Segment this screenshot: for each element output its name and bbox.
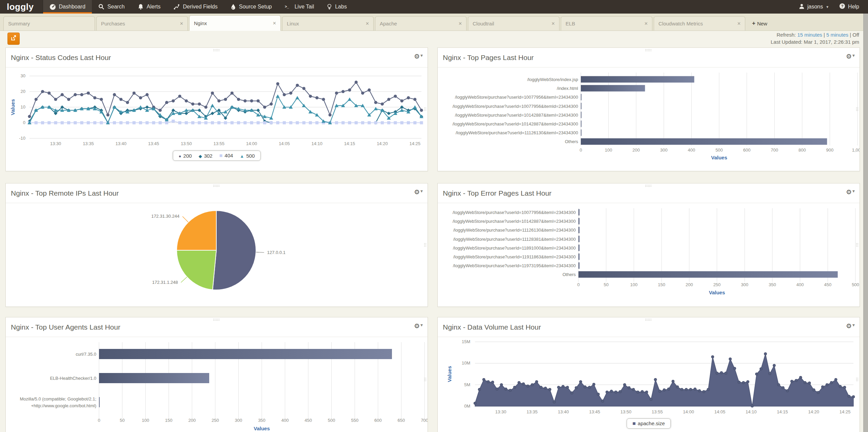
- svg-text:14:00: 14:00: [683, 409, 694, 414]
- panel-settings-button[interactable]: ⚙▼: [846, 188, 855, 196]
- panel-drag-handle[interactable]: [213, 185, 220, 188]
- chevron-down-icon: ▼: [826, 5, 829, 9]
- svg-text:0M: 0M: [464, 404, 470, 409]
- svg-text:13:55: 13:55: [213, 141, 224, 146]
- new-tab-label: New: [757, 21, 767, 26]
- nav-item-label: Alerts: [147, 4, 161, 10]
- svg-text:400: 400: [281, 418, 289, 423]
- nav-item-search[interactable]: Search: [92, 0, 131, 14]
- nav-item-label: Dashboard: [59, 4, 85, 10]
- dashboard-tabs: SummaryPurchases✕Nginx✕Linux✕Apache✕Clou…: [3, 15, 767, 31]
- tab-close-icon[interactable]: ✕: [269, 21, 280, 26]
- user-icon: [799, 3, 805, 11]
- gear-icon: ⚙: [414, 188, 420, 196]
- svg-text:350: 350: [769, 282, 776, 287]
- svg-text:13:55: 13:55: [652, 409, 663, 414]
- panel-settings-button[interactable]: ⚙▼: [414, 188, 423, 196]
- svg-text:curl/7.35.0: curl/7.35.0: [76, 352, 96, 357]
- nav-item-dashboard[interactable]: Dashboard: [43, 0, 92, 14]
- panel-drag-handle[interactable]: [213, 49, 220, 52]
- tab-close-icon[interactable]: ✕: [454, 21, 466, 26]
- svg-text:200: 200: [188, 418, 196, 423]
- tab-close-icon[interactable]: ✕: [640, 21, 652, 26]
- panel-drag-handle[interactable]: [645, 49, 652, 52]
- panel-drag-handle[interactable]: [213, 319, 220, 321]
- svg-text:13:40: 13:40: [558, 409, 569, 414]
- svg-text:350: 350: [258, 418, 265, 423]
- nav-item-derived-fields[interactable]: Derived Fields: [167, 0, 224, 14]
- panel-resize-handle[interactable]: [424, 378, 427, 382]
- tab-elb[interactable]: ELB✕: [561, 16, 652, 31]
- svg-text:13:35: 13:35: [83, 141, 94, 146]
- nav-item-label: Derived Fields: [183, 4, 217, 10]
- chart-legend[interactable]: ■apache.size: [627, 418, 671, 429]
- panel-settings-button[interactable]: ⚙▼: [414, 53, 423, 60]
- panel-top-pages: Nginx - Top Pages Last Hour ⚙▼ 010020030…: [437, 47, 860, 171]
- svg-text:13:35: 13:35: [527, 409, 538, 414]
- tab-label: Nginx: [190, 20, 269, 26]
- svg-text:150: 150: [165, 418, 173, 423]
- svg-text:127.0.0.1: 127.0.0.1: [267, 250, 285, 255]
- tab-close-icon[interactable]: ✕: [733, 21, 745, 26]
- panel-drag-handle[interactable]: [645, 319, 652, 321]
- refresh-15-link[interactable]: 15 minutes: [797, 32, 822, 38]
- tab-close-icon[interactable]: ✕: [547, 21, 559, 26]
- last-updated: Last Updated: Mar 1, 2017, 2:26:31 pm: [771, 38, 859, 45]
- nav-item-source-setup[interactable]: Source Setup: [224, 0, 278, 14]
- vertical-scrollbar[interactable]: [863, 14, 868, 432]
- svg-text:13:50: 13:50: [620, 409, 632, 414]
- tab-purchases[interactable]: Purchases✕: [96, 16, 188, 31]
- svg-text:450: 450: [824, 282, 831, 287]
- panel-resize-handle[interactable]: [424, 243, 427, 247]
- user-name: jasons: [807, 4, 823, 10]
- chart-legend[interactable]: ●200◆302■404▲500: [173, 151, 261, 161]
- svg-text:-10: -10: [19, 136, 25, 141]
- panel-settings-button[interactable]: ⚙▼: [846, 322, 855, 330]
- svg-text:/logglyWebStore/purchase?userI: /logglyWebStore/purchase?userId=11911863…: [453, 254, 576, 259]
- svg-text:400: 400: [688, 148, 695, 153]
- svg-text:0: 0: [579, 148, 582, 153]
- share-dashboard-button[interactable]: [7, 33, 20, 45]
- tab-label: Linux: [282, 21, 361, 26]
- refresh-off[interactable]: Off: [852, 32, 859, 38]
- svg-text:Others: Others: [563, 272, 576, 277]
- refresh-5-link[interactable]: 5 minutes: [826, 32, 848, 38]
- nav-item-labs[interactable]: Labs: [320, 0, 353, 14]
- tab-apache[interactable]: Apache✕: [375, 16, 467, 31]
- svg-text:/logglyWebStore/purchase?userI: /logglyWebStore/purchase?userId=10077956…: [455, 95, 578, 100]
- panel-settings-button[interactable]: ⚙▼: [414, 322, 423, 330]
- svg-text:/logglyWebStore/purchase?userI: /logglyWebStore/purchase?userId=11973195…: [453, 263, 576, 268]
- svg-text:0: 0: [98, 418, 100, 423]
- user-menu[interactable]: jasons ▼: [799, 3, 829, 11]
- svg-text:Others: Others: [565, 139, 578, 144]
- tab-cloudtrail[interactable]: Cloudtrail✕: [468, 16, 559, 31]
- nav-item-alerts[interactable]: Alerts: [131, 0, 167, 14]
- tab-cloudwatch-metrics[interactable]: Cloudwatch Metrics✕: [654, 16, 745, 31]
- panel-resize-handle[interactable]: [424, 107, 427, 112]
- panel-resize-handle[interactable]: [856, 107, 859, 112]
- svg-text:/logglyWebStore/purchase?userI: /logglyWebStore/purchase?userId=10142887…: [452, 121, 578, 126]
- svg-text:10M: 10M: [462, 360, 470, 366]
- new-tab-button[interactable]: +New: [752, 20, 767, 27]
- panel-drag-handle[interactable]: [645, 185, 652, 188]
- svg-text:13:45: 13:45: [148, 141, 159, 146]
- gauge-icon: [50, 4, 56, 10]
- help-button[interactable]: ? Help: [839, 3, 859, 11]
- svg-text:/logglyWebStore/purchase?userI: /logglyWebStore/purchase?userId=11126130…: [453, 228, 576, 233]
- legend-item: ■404: [219, 153, 233, 159]
- svg-text:14:15: 14:15: [344, 141, 355, 146]
- panel-settings-button[interactable]: ⚙▼: [846, 53, 855, 60]
- top-pages-chart: 01002003004005006007008009001,000/loggly…: [438, 67, 860, 171]
- svg-text:13:45: 13:45: [589, 409, 600, 414]
- nav-item-live-tail[interactable]: >_Live Tail: [278, 0, 321, 14]
- tab-close-icon[interactable]: ✕: [361, 21, 373, 26]
- svg-text:50: 50: [120, 418, 124, 423]
- panel-resize-handle[interactable]: [856, 378, 859, 382]
- panel-resize-handle[interactable]: [856, 243, 859, 247]
- tab-nginx[interactable]: Nginx✕: [189, 15, 281, 31]
- top-user-agents-chart: 0501001502002503003504004505005506006507…: [6, 337, 428, 432]
- tab-summary[interactable]: Summary: [3, 16, 95, 31]
- tab-close-icon[interactable]: ✕: [176, 21, 188, 26]
- nav-item-label: Labs: [335, 4, 347, 10]
- tab-linux[interactable]: Linux✕: [282, 16, 374, 31]
